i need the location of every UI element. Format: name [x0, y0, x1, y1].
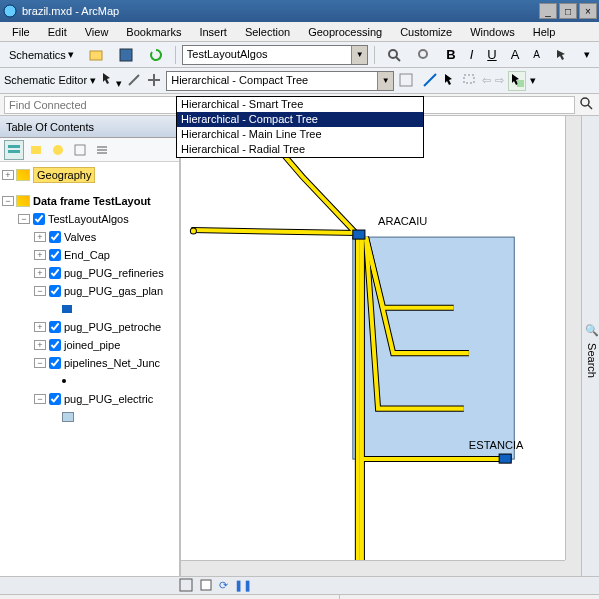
nav-fwd-icon[interactable]: ⇨ — [495, 74, 504, 87]
layer-item[interactable]: pipelines_Net_Junc — [64, 357, 160, 369]
zoom-out-icon[interactable] — [411, 44, 437, 66]
find-go-icon[interactable] — [579, 96, 595, 114]
layer-item[interactable]: End_Cap — [64, 249, 110, 261]
layout-view-icon[interactable] — [199, 578, 213, 594]
menu-view[interactable]: View — [77, 24, 117, 40]
layer-item[interactable]: Valves — [64, 231, 96, 243]
expand-toggle[interactable]: + — [34, 268, 46, 278]
refresh-view-icon[interactable]: ⟳ — [219, 579, 228, 592]
search-panel-tab[interactable]: 🔍 Search — [581, 116, 599, 576]
select-tool-icon[interactable]: ▾ — [100, 71, 122, 90]
open-schematic-icon[interactable] — [83, 44, 109, 66]
window-title: brazil.mxd - ArcMap — [22, 5, 539, 17]
expand-toggle[interactable]: − — [34, 394, 46, 404]
layer-checkbox[interactable] — [49, 285, 61, 297]
menu-customize[interactable]: Customize — [392, 24, 460, 40]
svg-point-5 — [419, 50, 427, 58]
menu-geoprocessing[interactable]: Geoprocessing — [300, 24, 390, 40]
underline-button[interactable]: U — [482, 44, 501, 65]
map-canvas[interactable]: ARACAIU ESTANCIA — [181, 116, 565, 560]
maximize-button[interactable]: □ — [559, 3, 577, 19]
menu-selection[interactable]: Selection — [237, 24, 298, 40]
layer-item[interactable]: pug_PUG_gas_plan — [64, 285, 163, 297]
save-schematic-icon[interactable] — [113, 44, 139, 66]
apply-layout-icon[interactable] — [398, 72, 414, 90]
layer-checkbox[interactable] — [49, 231, 61, 243]
font-shrink-button[interactable]: A — [528, 46, 545, 63]
menu-insert[interactable]: Insert — [191, 24, 235, 40]
expand-toggle[interactable]: + — [34, 322, 46, 332]
pause-drawing-icon[interactable]: ❚❚ — [234, 579, 252, 592]
layer-item[interactable]: pug_PUG_refineries — [64, 267, 164, 279]
layer-checkbox[interactable] — [49, 249, 61, 261]
dataset-combo[interactable]: TestLayoutAlgos▼ — [182, 45, 369, 65]
layer-item[interactable]: pug_PUG_petroche — [64, 321, 161, 333]
expand-toggle[interactable]: − — [34, 286, 46, 296]
layer-checkbox[interactable] — [49, 267, 61, 279]
expand-toggle[interactable]: − — [2, 196, 14, 206]
dropdown-option-mainline[interactable]: Hierarchical - Main Line Tree — [177, 127, 423, 142]
font-grow-button[interactable]: A — [506, 44, 525, 65]
zoom-in-icon[interactable] — [381, 44, 407, 66]
dropdown-icon[interactable]: ▾ — [579, 45, 595, 64]
layout-dropdown-list[interactable]: Hierarchical - Smart Tree Hierarchical -… — [176, 96, 424, 158]
expand-toggle[interactable]: + — [2, 170, 14, 180]
layer-checkbox[interactable] — [49, 339, 61, 351]
dataframe-icon — [16, 195, 30, 207]
edit-tool-icon[interactable] — [126, 72, 142, 90]
expand-toggle[interactable]: − — [18, 214, 30, 224]
italic-button[interactable]: I — [465, 44, 479, 65]
refresh-schematic-icon[interactable] — [143, 44, 169, 66]
list-by-visibility-icon[interactable] — [48, 140, 68, 160]
expand-toggle[interactable]: + — [34, 232, 46, 242]
bold-button[interactable]: B — [441, 44, 460, 65]
dropdown-option-smart[interactable]: Hierarchical - Smart Tree — [177, 97, 423, 112]
svg-rect-15 — [31, 146, 41, 154]
svg-point-11 — [581, 98, 589, 106]
more-tools-icon[interactable]: ▾ — [530, 74, 536, 87]
schematics-menu[interactable]: Schematics ▾ — [4, 45, 79, 64]
layer-checkbox[interactable] — [49, 357, 61, 369]
line-tool-icon[interactable] — [422, 72, 438, 90]
toc-tree[interactable]: +Geography −Data frame TestLayout −TestL… — [0, 162, 179, 576]
close-button[interactable]: × — [579, 3, 597, 19]
list-by-selection-icon[interactable] — [70, 140, 90, 160]
layer-checkbox[interactable] — [49, 393, 61, 405]
arrow-tool-icon[interactable] — [549, 44, 575, 66]
layer-item[interactable]: joined_pipe — [64, 339, 120, 351]
minimize-button[interactable]: _ — [539, 3, 557, 19]
toc-root[interactable]: Geography — [33, 167, 95, 183]
list-by-drawing-icon[interactable] — [4, 140, 24, 160]
move-tool-icon[interactable] — [146, 72, 162, 90]
svg-rect-13 — [8, 145, 20, 148]
layer-checkbox[interactable] — [33, 213, 45, 225]
pointer-tool-icon[interactable] — [442, 72, 458, 90]
layer-item[interactable]: pug_PUG_electric — [64, 393, 153, 405]
select-rect-icon[interactable] — [462, 72, 478, 90]
schematic-editor-menu[interactable]: Schematic Editor ▾ — [4, 74, 96, 87]
toc-options-icon[interactable] — [92, 140, 112, 160]
symbol-swatch — [62, 412, 74, 422]
layer-checkbox[interactable] — [49, 321, 61, 333]
menu-bookmarks[interactable]: Bookmarks — [118, 24, 189, 40]
layout-algorithm-combo[interactable]: Hierarchical - Compact Tree▼ — [166, 71, 394, 91]
list-by-source-icon[interactable] — [26, 140, 46, 160]
toc-dataframe[interactable]: Data frame TestLayout — [33, 195, 151, 207]
menu-windows[interactable]: Windows — [462, 24, 523, 40]
expand-toggle[interactable]: + — [34, 250, 46, 260]
svg-line-4 — [396, 57, 400, 61]
menu-help[interactable]: Help — [525, 24, 564, 40]
svg-point-3 — [389, 50, 397, 58]
menu-file[interactable]: File — [4, 24, 38, 40]
select-features-icon[interactable] — [508, 71, 526, 91]
dropdown-option-radial[interactable]: Hierarchical - Radial Tree — [177, 142, 423, 157]
expand-toggle[interactable]: − — [34, 358, 46, 368]
dropdown-option-compact[interactable]: Hierarchical - Compact Tree — [177, 112, 423, 127]
menu-edit[interactable]: Edit — [40, 24, 75, 40]
horizontal-scrollbar[interactable] — [181, 560, 565, 576]
vertical-scrollbar[interactable] — [565, 116, 581, 560]
nav-back-icon[interactable]: ⇦ — [482, 74, 491, 87]
toc-dataset[interactable]: TestLayoutAlgos — [48, 213, 129, 225]
data-view-icon[interactable] — [179, 578, 193, 594]
expand-toggle[interactable]: + — [34, 340, 46, 350]
